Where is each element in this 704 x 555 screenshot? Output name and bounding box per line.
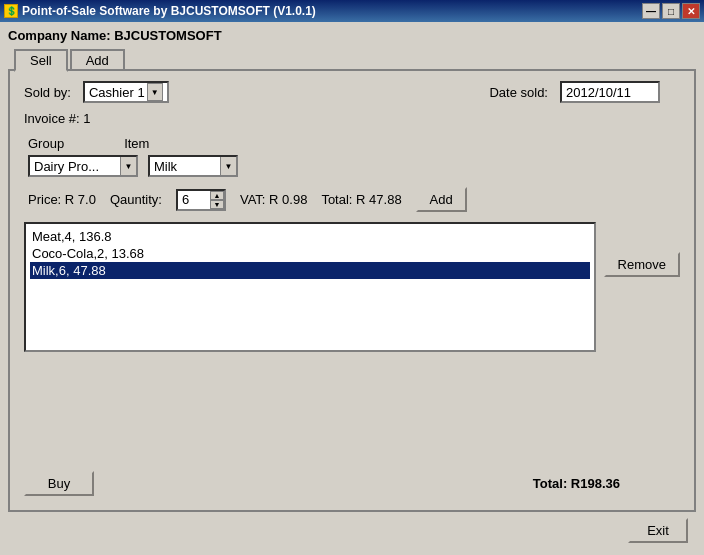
group-dropdown[interactable]: Dairy Pro... ▼ — [28, 155, 138, 177]
exit-button[interactable]: Exit — [628, 518, 688, 543]
bottom-row: Buy Total: R198.36 — [24, 467, 680, 500]
app-icon: 💲 — [4, 4, 18, 18]
group-item-header: Group Item — [24, 136, 680, 151]
quantity-up-button[interactable]: ▲ — [210, 191, 224, 200]
quantity-spinners: ▲ ▼ — [210, 191, 224, 209]
total-label: Total: R198.36 — [533, 476, 620, 491]
date-value: 2012/10/11 — [566, 85, 631, 100]
side-buttons: Remove — [604, 222, 680, 461]
list-area: Meat,4, 136.8 Coco-Cola,2, 13.68 Milk,6,… — [24, 222, 596, 461]
company-name: Company Name: BJCUSTOMSOFT — [8, 28, 696, 43]
close-button[interactable]: ✕ — [682, 3, 700, 19]
group-col-header: Group — [28, 136, 64, 151]
sold-by-right: Date sold: 2012/10/11 — [489, 81, 660, 103]
item-value: Milk — [150, 159, 220, 174]
cashier-dropdown-arrow[interactable]: ▼ — [147, 83, 163, 101]
cashier-dropdown[interactable]: Cashier 1 ▼ — [83, 81, 169, 103]
minimize-button[interactable]: — — [642, 3, 660, 19]
item-col-header: Item — [124, 136, 149, 151]
tab-container: Sold by: Cashier 1 ▼ Date sold: 2012/10/… — [8, 69, 696, 512]
tab-wrapper: Sell Add Sold by: Cashier 1 ▼ Date sold: — [8, 69, 696, 512]
tabs: Sell Add — [14, 49, 125, 70]
titlebar: 💲 Point-of-Sale Software by BJCUSTOMSOFT… — [0, 0, 704, 22]
vat-label: VAT: R 0.98 — [240, 192, 307, 207]
main-window: Company Name: BJCUSTOMSOFT Sell Add Sold… — [0, 22, 704, 555]
remove-button[interactable]: Remove — [604, 252, 680, 277]
quantity-input[interactable]: 6 ▲ ▼ — [176, 189, 226, 211]
group-item-row: Dairy Pro... ▼ Milk ▼ — [24, 155, 680, 177]
items-listbox[interactable]: Meat,4, 136.8 Coco-Cola,2, 13.68 Milk,6,… — [24, 222, 596, 352]
maximize-button[interactable]: □ — [662, 3, 680, 19]
sold-by-label: Sold by: — [24, 85, 71, 100]
buy-button[interactable]: Buy — [24, 471, 94, 496]
price-row: Price: R 7.0 Qauntity: 6 ▲ ▼ VAT: R 0.98… — [24, 187, 680, 212]
total-inline-label: Total: R 47.88 — [321, 192, 401, 207]
date-input[interactable]: 2012/10/11 — [560, 81, 660, 103]
sold-by-date-row: Sold by: Cashier 1 ▼ Date sold: 2012/10/… — [24, 81, 680, 103]
quantity-label: Qauntity: — [110, 192, 162, 207]
tab-add[interactable]: Add — [70, 49, 125, 70]
list-item[interactable]: Coco-Cola,2, 13.68 — [30, 245, 590, 262]
invoice-label: Invoice #: 1 — [24, 111, 91, 126]
item-dropdown-arrow[interactable]: ▼ — [220, 157, 236, 175]
titlebar-controls[interactable]: — □ ✕ — [642, 3, 700, 19]
exit-row: Exit — [8, 512, 696, 549]
window-title: Point-of-Sale Software by BJCUSTOMSOFT (… — [22, 4, 316, 18]
cashier-value: Cashier 1 — [89, 85, 145, 100]
quantity-down-button[interactable]: ▼ — [210, 200, 224, 209]
item-dropdown[interactable]: Milk ▼ — [148, 155, 238, 177]
list-item[interactable]: Meat,4, 136.8 — [30, 228, 590, 245]
tab-sell[interactable]: Sell — [14, 49, 68, 72]
list-item-selected[interactable]: Milk,6, 47.88 — [30, 262, 590, 279]
main-area: Meat,4, 136.8 Coco-Cola,2, 13.68 Milk,6,… — [24, 222, 680, 461]
add-button[interactable]: Add — [416, 187, 467, 212]
tab-content: Sold by: Cashier 1 ▼ Date sold: 2012/10/… — [10, 71, 694, 510]
price-label: Price: R 7.0 — [28, 192, 96, 207]
titlebar-left: 💲 Point-of-Sale Software by BJCUSTOMSOFT… — [4, 4, 316, 18]
invoice-row: Invoice #: 1 — [24, 111, 680, 126]
group-value: Dairy Pro... — [30, 159, 120, 174]
sold-by-left: Sold by: Cashier 1 ▼ — [24, 81, 169, 103]
group-dropdown-arrow[interactable]: ▼ — [120, 157, 136, 175]
quantity-value: 6 — [178, 192, 210, 207]
date-sold-label: Date sold: — [489, 85, 548, 100]
